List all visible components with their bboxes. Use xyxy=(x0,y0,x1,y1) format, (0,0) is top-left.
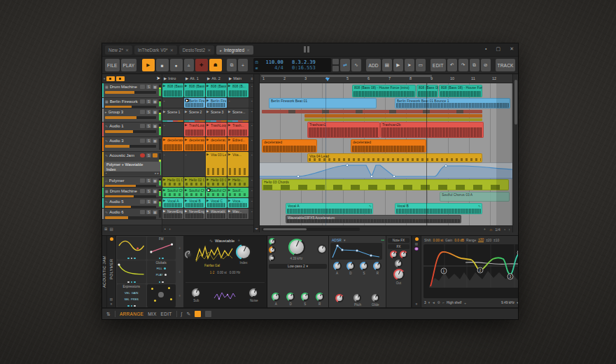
solo-button[interactable]: S xyxy=(146,210,151,214)
clip-play-icon[interactable]: ▶ xyxy=(228,178,230,181)
arranger-clip[interactable]: 808 (Bass 08) - House Force (full) xyxy=(439,85,482,97)
volume-slider[interactable] xyxy=(105,116,156,119)
clip-launcher-toggle[interactable] xyxy=(195,311,201,317)
empty-clip-slot[interactable]: ▪ xyxy=(162,122,183,136)
adsr-title[interactable]: ADSR xyxy=(332,238,342,242)
clip-play-icon[interactable]: ▶ xyxy=(228,123,230,127)
scene-play-icon[interactable]: ▶ xyxy=(206,110,209,113)
adsr-a-knob[interactable] xyxy=(333,262,342,270)
arranger-clip[interactable]: Wavetable03FX5 Acceleratum xyxy=(286,215,461,223)
close-window-icon[interactable]: ✕ xyxy=(510,46,514,52)
redo-button[interactable]: ↷ xyxy=(458,59,468,71)
track-options-icon[interactable]: ▾ xyxy=(104,77,105,80)
filter-key-knob[interactable] xyxy=(269,255,275,261)
send1-knob[interactable] xyxy=(390,251,398,258)
solo-button[interactable]: S xyxy=(146,178,151,183)
track-name[interactable]: Drum Machine xyxy=(110,189,139,193)
volume-slider[interactable] xyxy=(105,145,156,148)
clip-slot-playing[interactable]: ▶Soulful Cho... xyxy=(206,188,227,197)
arranger-clip[interactable]: 808 (Bass 08) - House Force (intro) xyxy=(352,85,416,97)
empty-clip-slot[interactable]: ▪ xyxy=(227,98,248,108)
playhead-marker[interactable] xyxy=(326,78,330,81)
monitor-button[interactable]: ▦ xyxy=(153,99,158,104)
mute-button[interactable] xyxy=(140,139,145,143)
track-row[interactable]: ∿Audio 1S▦ xyxy=(102,122,162,137)
arranger-clip[interactable]: Trashcan2b xyxy=(380,122,484,138)
out-knob[interactable] xyxy=(393,269,405,280)
clip-slot[interactable]: ▶Hello 03 C... xyxy=(206,177,227,187)
amp-knob[interactable] xyxy=(335,294,344,302)
settings-gear-icon[interactable]: ⚙ xyxy=(438,301,440,304)
project-tab[interactable]: DestoTest2✕ xyxy=(179,46,215,55)
group-clip-stripe[interactable] xyxy=(262,110,482,113)
track-row[interactable]: ∿Audio 6S▦ xyxy=(102,209,162,220)
clip-play-icon[interactable]: ▶ xyxy=(206,99,209,102)
play-mode-button[interactable]: PLAY xyxy=(156,273,163,276)
menu-icon[interactable]: ≡ xyxy=(416,302,418,306)
scene-play-icon[interactable]: ▶ xyxy=(228,110,230,113)
track-name[interactable]: Audio 6 xyxy=(109,210,139,214)
arranger-clip[interactable]: Vita 04 Lead xyxy=(307,153,482,162)
clip-slot[interactable]: ▶Hello 02 C... xyxy=(184,177,205,187)
band-gain-value[interactable]: +6.2 dB xyxy=(517,301,518,304)
clip-slot[interactable]: ▶deceleratedFull xyxy=(162,137,183,151)
clip-slot[interactable]: ▶Vocal C xyxy=(206,198,227,208)
mute-button[interactable] xyxy=(140,200,145,204)
cutoff-value[interactable]: 4.39 kHz xyxy=(278,257,315,260)
track-row[interactable]: ⎍PolymerS▦ xyxy=(102,177,162,188)
device-power-icon[interactable] xyxy=(110,237,113,241)
preset-icon[interactable]: ▤ xyxy=(415,242,418,246)
track-row[interactable]: ∿Audio 5S▦ xyxy=(102,198,162,209)
solo-button[interactable]: S xyxy=(146,153,151,158)
device-panel-toggle[interactable] xyxy=(205,311,211,317)
monitor-button[interactable]: ▦ xyxy=(153,189,158,193)
snap-magnet-icon[interactable]: ∩ xyxy=(489,227,492,232)
scene-play-icon[interactable]: ▶ xyxy=(229,76,232,80)
monitor-button[interactable]: ▦ xyxy=(153,124,158,128)
close-tab-icon[interactable]: ✕ xyxy=(207,48,211,52)
track-row[interactable]: ▦Drum MachineS▦ xyxy=(102,83,162,98)
grid-size-value[interactable]: 1/4 xyxy=(495,227,500,232)
clip-slot[interactable]: ▶Hello... xyxy=(227,177,248,187)
mute-button[interactable] xyxy=(140,210,145,214)
noise-knob[interactable] xyxy=(249,288,258,298)
gain-button[interactable]: GAIN xyxy=(132,291,139,295)
close-tab-icon[interactable]: ✕ xyxy=(246,48,250,52)
pointer-tool-button[interactable]: ➤ xyxy=(405,59,414,71)
launcher-toggle-button[interactable] xyxy=(106,76,115,81)
scroll-thumb[interactable] xyxy=(514,80,517,125)
env-r-knob[interactable] xyxy=(316,293,324,301)
clip-slot[interactable]: ▶Wav... xyxy=(227,209,248,219)
clip-play-icon[interactable]: ▶ xyxy=(206,138,209,141)
tempo-value[interactable]: 110.00 xyxy=(265,59,283,65)
pen-tool-icon[interactable]: ✎ xyxy=(187,312,191,317)
clip-slot[interactable]: ▶808 (B... xyxy=(227,83,248,97)
clip-slot[interactable]: ▶Vita... xyxy=(227,152,248,176)
tab-edit[interactable]: EDIT xyxy=(161,312,172,316)
clip-play-icon[interactable]: ▶ xyxy=(206,84,209,88)
scene-play-icon[interactable]: ▶ xyxy=(207,76,210,80)
browser-button[interactable]: ▭ xyxy=(416,59,426,71)
solo-button[interactable]: S xyxy=(146,85,151,89)
project-tab[interactable]: InTheDark V0*✕ xyxy=(134,46,177,55)
automation-curve[interactable] xyxy=(260,163,512,179)
volume-slider[interactable] xyxy=(105,91,156,94)
track-name[interactable]: Drum Machine xyxy=(110,85,139,89)
env-a-knob[interactable] xyxy=(272,293,280,301)
menu-icon[interactable]: ≡ xyxy=(111,302,113,306)
maximize-icon[interactable]: ▢ xyxy=(496,46,501,52)
add-track-button[interactable]: ADD xyxy=(366,59,380,71)
group-scene-slot[interactable]: ▶Scene 3 xyxy=(206,108,227,122)
adsr-d-knob[interactable] xyxy=(346,262,355,270)
group-clip-stripe[interactable] xyxy=(304,114,482,118)
play-button[interactable]: ▶ xyxy=(142,59,155,71)
adsr-envelope-display[interactable] xyxy=(330,243,382,260)
fill-button[interactable]: FILL xyxy=(157,267,162,270)
track-name[interactable]: Audio 5 xyxy=(109,200,139,204)
sel-button[interactable]: SEL xyxy=(125,298,130,301)
solo-button[interactable]: S xyxy=(146,200,151,204)
scene-play-icon[interactable]: ▶ xyxy=(185,110,187,113)
track-row[interactable]: ▦Berlin Firework KitS▦ xyxy=(102,98,162,108)
metronome-button[interactable]: ▵ xyxy=(184,59,194,71)
project-tab[interactable]: New 2*✕ xyxy=(105,46,132,55)
